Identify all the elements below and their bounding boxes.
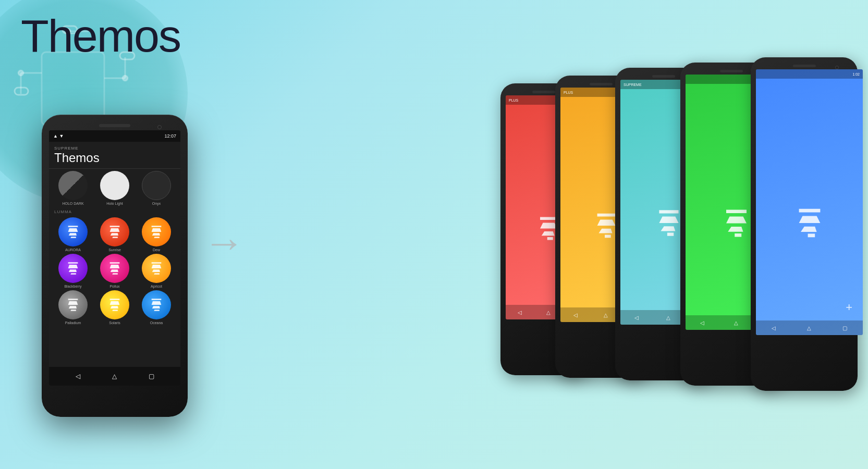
blackberry-label: Blackberry (64, 285, 81, 288)
theme-item-dew[interactable]: Dew (137, 217, 176, 252)
sp5-app-icon (792, 205, 827, 241)
sp4-speaker (720, 70, 743, 72)
pollux-circle (100, 254, 129, 283)
sp5-speaker (793, 65, 816, 67)
app-content: SUPREME Themos HOLO DARK Holo Light (49, 142, 180, 367)
oceana-icon (149, 298, 164, 312)
dew-icon (149, 225, 164, 239)
aurora-circle (58, 217, 88, 246)
sp2-speaker (590, 83, 613, 85)
phone-body: ▲ ▼ 12:07 SUPREME Themos HOLO DARK (42, 115, 188, 417)
palladium-label: Palladium (65, 321, 81, 325)
holo-theme-grid: HOLO DARK Holo Light Onyx (49, 169, 180, 207)
solaris-icon (107, 298, 122, 312)
sunrise-icon (107, 225, 122, 239)
themos-title-screen: Themos (54, 151, 175, 165)
aurora-icon (66, 225, 80, 239)
lumma-section-label: LUMMA (49, 207, 180, 215)
theme-item-blackberry[interactable]: Blackberry (53, 254, 93, 288)
dew-label: Dew (153, 248, 160, 252)
status-time: 12:07 (164, 133, 176, 139)
theme-item-sunrise[interactable]: Sunrise (95, 217, 135, 252)
theme-item-aurora[interactable]: AURORA (53, 217, 93, 252)
sp2-home: △ (604, 312, 608, 318)
sp1-home: △ (546, 310, 551, 315)
theme-item-holo-dark[interactable]: HOLO DARK (53, 171, 93, 205)
sp5-time: 1:02 (852, 72, 860, 76)
sp1-speaker (532, 91, 555, 93)
theme-item-holo-light[interactable]: Holo Light (95, 171, 135, 205)
holo-light-circle (100, 171, 129, 200)
arrow-section: → (203, 219, 245, 267)
palladium-circle (58, 290, 88, 319)
sp4-home: △ (734, 320, 738, 326)
sp5-content (756, 69, 863, 335)
holo-dark-label: HOLO DARK (62, 202, 83, 205)
theme-item-apricot[interactable]: Apricot (137, 254, 176, 288)
sp5-status: 1:02 (756, 69, 863, 79)
solaris-label: Solaris (109, 321, 120, 325)
sunrise-label: Sunrise (108, 248, 121, 252)
phone-blue-body: 1:02 + ◁ △ ▢ (751, 57, 858, 391)
svg-point-10 (123, 76, 128, 81)
sp2-label: PLUS (564, 91, 573, 94)
phone-screen: ▲ ▼ 12:07 SUPREME Themos HOLO DARK (49, 130, 180, 386)
recents-nav-icon: ▢ (147, 372, 156, 381)
back-nav-icon: ◁ (73, 372, 82, 381)
theme-item-solaris[interactable]: Solaris (95, 290, 135, 325)
app-header: SUPREME Themos (49, 142, 180, 169)
blackberry-icon (66, 261, 80, 276)
sp5-plus: + (846, 301, 852, 314)
phones-group: PLUS 12:05 ◁ △ ▢ (500, 63, 858, 391)
pollux-label: Pollux (109, 285, 119, 288)
oceana-circle (142, 290, 171, 319)
sp4-app-icon (719, 206, 753, 240)
sp3-label: SUPREME (624, 83, 642, 87)
sp5-back: ◁ (772, 325, 776, 331)
aurora-label: AURORA (65, 248, 81, 252)
onyx-circle (142, 171, 171, 200)
phone-speaker (99, 124, 130, 127)
theme-item-pollux[interactable]: Pollux (95, 254, 135, 288)
sp5-nav: ◁ △ ▢ (756, 320, 863, 335)
phone-blue-screen: 1:02 + ◁ △ ▢ (756, 69, 863, 335)
sunrise-circle (100, 217, 129, 246)
apricot-icon (149, 261, 164, 276)
app-title: Themos (21, 9, 180, 63)
nav-bar: ◁ △ ▢ (49, 367, 180, 386)
supreme-label: SUPREME (54, 146, 175, 151)
theme-item-palladium[interactable]: Palladium (53, 290, 93, 325)
svg-rect-0 (42, 52, 104, 125)
blackberry-circle (58, 254, 88, 283)
palladium-icon (66, 298, 80, 312)
sp3-speaker (652, 75, 675, 78)
apricot-circle (142, 254, 171, 283)
holo-dark-circle (58, 171, 88, 200)
status-bar: ▲ ▼ 12:07 (49, 130, 180, 142)
onyx-label: Onyx (152, 202, 161, 205)
right-arrow-icon: → (203, 219, 245, 266)
sp5-home: △ (807, 325, 811, 331)
sp3-back: ◁ (634, 315, 639, 320)
phone-camera (157, 125, 162, 129)
sp5-recents: ▢ (842, 325, 847, 331)
sp3-home: △ (666, 315, 670, 320)
pollux-icon (107, 261, 122, 276)
holo-light-label: Holo Light (106, 202, 123, 205)
apricot-label: Apricot (151, 285, 162, 288)
sp1-label: PLUS (509, 98, 518, 102)
status-left: ▲ ▼ (53, 133, 64, 139)
sp5-camera (835, 66, 839, 69)
sp2-back: ◁ (573, 312, 578, 318)
main-phone: ▲ ▼ 12:07 SUPREME Themos HOLO DARK (42, 115, 188, 417)
theme-item-onyx[interactable]: Onyx (137, 171, 176, 205)
home-nav-icon: △ (110, 372, 119, 381)
theme-item-oceana[interactable]: Oceana (137, 290, 176, 325)
oceana-label: Oceana (150, 321, 163, 325)
dew-circle (142, 217, 171, 246)
sp4-back: ◁ (700, 320, 704, 326)
phone-blue: 1:02 + ◁ △ ▢ (751, 57, 858, 391)
lumma-theme-grid: AURORA Sunrise Dew (49, 215, 180, 327)
sp1-back: ◁ (518, 310, 522, 315)
svg-point-9 (18, 70, 23, 76)
